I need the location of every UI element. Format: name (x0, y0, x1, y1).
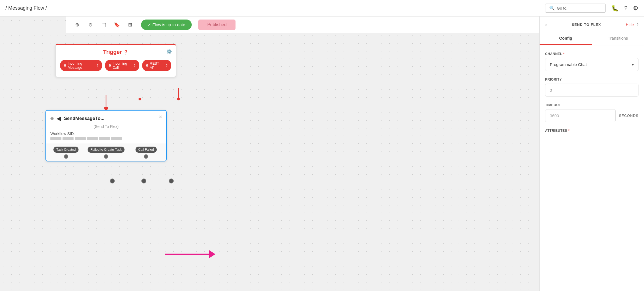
trigger-gear-icon[interactable]: ⚙️ (166, 49, 172, 54)
top-nav: / Messaging Flow / 🔍 🐛 ? ⚙ (0, 0, 644, 17)
svg-point-8 (169, 179, 174, 183)
badge-help-icon: ? (166, 64, 167, 67)
send-node-title: SendMessageTo... (64, 116, 162, 121)
timeout-input[interactable] (545, 109, 616, 122)
call-failed-label: Call Failed (136, 147, 157, 153)
channel-field-group: CHANNEL * Programmable Chat ▾ (545, 52, 638, 71)
timeout-row: SECONDS (545, 109, 638, 122)
badge-dot (146, 64, 148, 67)
workflow-block-4 (87, 137, 98, 140)
flow-status-button[interactable]: ✓ Flow is up-to-date (141, 20, 192, 30)
send-node-status-dot (50, 117, 54, 120)
svg-point-2 (139, 98, 141, 100)
rest-api-badge[interactable]: REST API ? (142, 60, 171, 71)
panel-header: ‹ SEND TO FLEX Hide ? (540, 17, 644, 32)
task-created-label: Task Created (53, 147, 79, 153)
workflow-block-2 (63, 137, 74, 140)
panel-help-icon[interactable]: ? (637, 23, 638, 27)
badge-dot (109, 64, 111, 67)
attributes-field-group: ATTRIBUTES * (545, 129, 638, 133)
priority-input[interactable] (545, 84, 638, 97)
failed-to-create-dot (104, 154, 108, 159)
svg-point-4 (177, 98, 180, 100)
workflow-section: Workflow SID: (46, 131, 166, 144)
nav-search[interactable]: 🔍 (545, 4, 606, 13)
bookmark-icon: 🔖 (114, 22, 120, 28)
zoom-in-button[interactable]: ⊕ (71, 18, 84, 31)
svg-point-6 (110, 179, 115, 183)
panel-collapse-button[interactable]: ‹ ‹ (539, 154, 540, 167)
priority-field-group: PRIORITY (545, 78, 638, 97)
send-node-subtitle: (Send To Flex) (46, 124, 166, 131)
canvas-area[interactable]: ⊕ ⊖ ⬚ 🔖 ⊞ ✓ Flow is up-to-date Published (0, 17, 539, 291)
failed-to-create-label: Failed to Create Task (88, 147, 124, 153)
published-button[interactable]: Published (198, 20, 235, 30)
panel-content: CHANNEL * Programmable Chat ▾ PRIORITY T… (540, 45, 644, 139)
grid-icon: ⊞ (128, 22, 132, 28)
channel-label: CHANNEL * (545, 52, 638, 56)
nav-icons: 🐛 ? ⚙ (611, 5, 638, 12)
incoming-call-label: Incoming Call (113, 61, 132, 70)
hide-link[interactable]: Hide (626, 23, 634, 27)
chevron-down-icon: ▾ (632, 62, 634, 67)
bug-icon[interactable]: 🐛 (611, 5, 619, 12)
attributes-required: * (568, 129, 570, 133)
timeout-field-group: TIMEOUT SECONDS (545, 103, 638, 122)
attributes-label: ATTRIBUTES * (545, 129, 638, 133)
zoom-in-icon: ⊕ (75, 22, 79, 28)
priority-label: PRIORITY (545, 78, 638, 81)
arrow-head (209, 250, 215, 258)
grid-button[interactable]: ⊞ (123, 18, 137, 31)
canvas-toolbar: ⊕ ⊖ ⬚ 🔖 ⊞ ✓ Flow is up-to-date Published (66, 17, 539, 33)
tab-config[interactable]: Config (540, 32, 592, 45)
zoom-out-icon: ⊖ (88, 22, 93, 28)
channel-required: * (563, 52, 565, 56)
trigger-header: Trigger ❓ ⚙️ (56, 45, 176, 57)
call-failed-dot (144, 154, 148, 159)
trigger-help-icon[interactable]: ❓ (123, 50, 128, 54)
output-failed-to-create: Failed to Create Task (86, 144, 126, 161)
badge-help-icon: ? (134, 64, 136, 67)
channel-select[interactable]: Programmable Chat ▾ (545, 58, 638, 71)
settings-icon[interactable]: ⚙ (633, 5, 638, 12)
main-layout: ⊕ ⊖ ⬚ 🔖 ⊞ ✓ Flow is up-to-date Published (0, 17, 644, 291)
badge-help-icon: ? (97, 64, 98, 67)
send-message-node[interactable]: ◀ SendMessageTo... ✕ (Send To Flex) Work… (45, 110, 167, 161)
incoming-message-badge[interactable]: Incoming Message ? (60, 60, 102, 71)
incoming-call-badge[interactable]: Incoming Call ? (105, 60, 139, 71)
incoming-message-label: Incoming Message (68, 61, 95, 70)
task-created-dot (64, 154, 68, 159)
search-icon: 🔍 (549, 6, 555, 11)
trigger-badges: Incoming Message ? Incoming Call ? REST … (56, 57, 176, 77)
select-icon: ⬚ (101, 22, 106, 28)
channel-value: Programmable Chat (550, 62, 587, 67)
help-icon[interactable]: ? (624, 5, 627, 12)
timeout-unit-label: SECONDS (619, 114, 638, 118)
arrow-shaft (165, 254, 209, 255)
tab-transitions[interactable]: Transitions (592, 32, 644, 45)
output-call-failed: Call Failed (126, 144, 166, 161)
arrow-pointer (165, 250, 215, 258)
right-panel: ‹ ‹ ‹ SEND TO FLEX Hide ? Config Transit… (539, 17, 644, 291)
back-icon[interactable]: ‹ (545, 21, 547, 28)
badge-dot (64, 64, 66, 67)
breadcrumb: / Messaging Flow / (6, 5, 545, 11)
send-node-flex-icon: ◀ (56, 115, 61, 122)
workflow-value (50, 137, 162, 140)
search-input[interactable] (557, 6, 601, 10)
bookmark-button[interactable]: 🔖 (110, 18, 123, 31)
panel-title: SEND TO FLEX (550, 23, 623, 27)
trigger-node: Trigger ❓ ⚙️ Incoming Message ? Incoming… (55, 44, 176, 77)
send-node-outputs: Task Created Failed to Create Task Call … (46, 144, 166, 161)
workflow-block-1 (50, 137, 61, 140)
close-icon[interactable]: ✕ (159, 114, 162, 120)
svg-point-7 (142, 179, 146, 183)
workflow-block-5 (99, 137, 110, 140)
workflow-block-6 (111, 137, 122, 140)
workflow-block-3 (75, 137, 86, 140)
panel-tabs: Config Transitions (540, 32, 644, 45)
select-button[interactable]: ⬚ (97, 18, 110, 31)
timeout-label: TIMEOUT (545, 103, 638, 107)
output-task-created: Task Created (46, 144, 86, 161)
zoom-out-button[interactable]: ⊖ (84, 18, 97, 31)
